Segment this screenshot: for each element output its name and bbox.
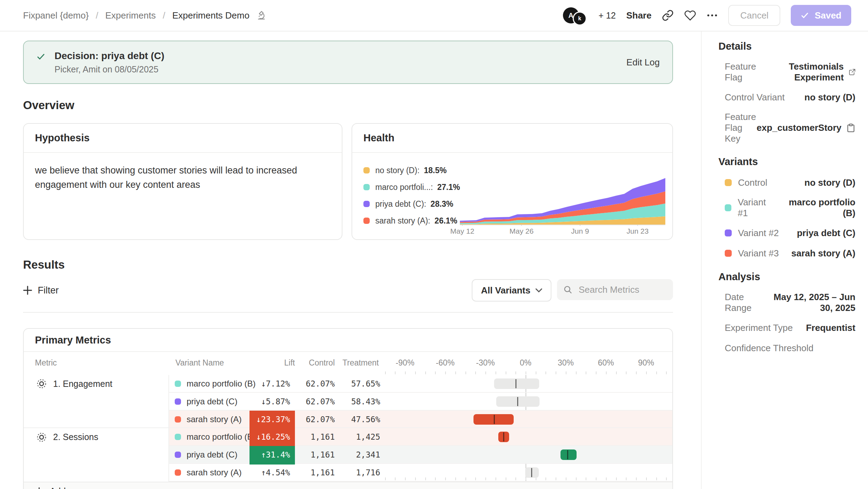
sidebar-heading: Variants bbox=[718, 156, 855, 168]
cancel-button[interactable]: Cancel bbox=[728, 5, 780, 26]
microscope-icon bbox=[256, 10, 266, 20]
row-label: Variant #3 bbox=[738, 248, 779, 259]
sidebar-row: Date RangeMay 12, 2025 – Jun 30, 2025 bbox=[725, 292, 855, 313]
overview-heading: Overview bbox=[23, 99, 673, 112]
variant-name: sarah story (A) bbox=[187, 468, 241, 477]
ci-median bbox=[567, 450, 568, 459]
clipboard-icon[interactable] bbox=[846, 123, 855, 133]
column-variant: Variant Name bbox=[175, 358, 224, 368]
variant-chip bbox=[175, 469, 181, 476]
chevron-down-icon bbox=[535, 288, 542, 292]
health-x-axis: May 12May 26Jun 9Jun 23 bbox=[460, 227, 665, 237]
sidebar-heading: Details bbox=[718, 41, 855, 52]
target-icon bbox=[36, 432, 47, 442]
health-legend: no story (D): 18.5%marco portfoli...: 27… bbox=[363, 162, 460, 229]
row-value: Testimonials Experiment bbox=[764, 61, 855, 83]
legend-swatch bbox=[363, 184, 370, 190]
breadcrumb-item-experiments[interactable]: Experiments bbox=[105, 10, 156, 21]
x-axis-label: Jun 23 bbox=[627, 227, 649, 235]
ci-median bbox=[531, 468, 532, 477]
favorite-icon[interactable] bbox=[684, 9, 696, 21]
hypothesis-title: Hypothesis bbox=[24, 124, 342, 153]
ci-bar bbox=[525, 467, 539, 478]
primary-metrics-card: Primary Metrics Metric Variant Name Lift… bbox=[23, 328, 673, 489]
table-row[interactable]: 1. Engagementmarco portfolio (B)↓7.12%62… bbox=[24, 375, 672, 393]
ci-bar bbox=[494, 378, 539, 389]
variants-dropdown[interactable]: All Variants bbox=[472, 279, 551, 302]
add-metric-button[interactable]: Add bbox=[24, 482, 672, 489]
legend-item: priya debt (C): 28.3% bbox=[363, 196, 460, 212]
legend-swatch bbox=[363, 201, 370, 207]
topbar: Fixpanel {demo} / Experiments / Experime… bbox=[0, 0, 868, 31]
hypothesis-card: Hypothesis we believe that showing custo… bbox=[23, 123, 342, 240]
column-metric: Metric bbox=[35, 358, 57, 368]
plus-icon bbox=[35, 487, 43, 489]
breadcrumb: Fixpanel {demo} / Experiments / Experime… bbox=[23, 10, 266, 21]
axis-label: 0% bbox=[520, 358, 531, 368]
row-content: marco portfolio (B)↓7.12%62.07%57.65% bbox=[169, 375, 672, 393]
treatment-value: 58.43% bbox=[319, 393, 380, 411]
sidebar-row: Controlno story (D) bbox=[725, 177, 855, 189]
table-row[interactable]: priya debt (C)↑31.4%1,1612,341 bbox=[24, 446, 672, 464]
legend-item: no story (D): 18.5% bbox=[363, 162, 460, 179]
legend-item: marco portfoli...: 27.1% bbox=[363, 179, 460, 196]
search-icon bbox=[563, 285, 572, 294]
filter-button[interactable]: Filter bbox=[23, 285, 59, 296]
treatment-value: 57.65% bbox=[319, 375, 380, 393]
table-row[interactable]: priya debt (C)↓5.87%62.07%58.43% bbox=[24, 393, 672, 411]
legend-label: marco portfoli...: 27.1% bbox=[375, 183, 460, 192]
variant-name: sarah story (A) bbox=[187, 414, 241, 424]
variant-name: priya debt (C) bbox=[187, 397, 237, 406]
saved-button[interactable]: Saved bbox=[791, 5, 851, 26]
avatar-overflow-count: + 12 bbox=[599, 10, 616, 21]
hypothesis-body: we believe that showing customer stories… bbox=[24, 153, 340, 202]
metric-cell: 1. Engagement bbox=[24, 375, 169, 393]
breadcrumb-item-workspace[interactable]: Fixpanel {demo} bbox=[23, 10, 89, 21]
decision-banner: Decision: priya debt (C) Picker, Amit on… bbox=[23, 41, 673, 84]
treatment-value: 1,425 bbox=[319, 428, 380, 446]
table-row[interactable]: sarah story (A)↓23.37%62.07%47.56% bbox=[24, 411, 672, 428]
row-value: no story (D) bbox=[804, 92, 855, 103]
share-button[interactable]: Share bbox=[626, 10, 651, 21]
target-icon bbox=[36, 378, 47, 389]
sidebar-row: Experiment TypeFrequentist bbox=[725, 322, 855, 334]
external-link-icon[interactable] bbox=[849, 68, 855, 77]
column-header-row: Metric Variant Name Lift Control Treatme… bbox=[24, 352, 672, 375]
edit-log-button[interactable]: Edit Log bbox=[627, 57, 660, 68]
results-heading: Results bbox=[23, 258, 673, 271]
treatment-value: 2,341 bbox=[319, 446, 380, 464]
experiment-page: Fixpanel {demo} / Experiments / Experime… bbox=[0, 0, 868, 489]
check-icon bbox=[36, 52, 45, 61]
breadcrumb-item-current: Experiments Demo bbox=[172, 10, 249, 21]
health-card: Health no story (D): 18.5%marco portfoli… bbox=[352, 123, 673, 240]
sidebar-row: Variant #2priya debt (C) bbox=[725, 227, 855, 239]
section-divider bbox=[23, 312, 673, 313]
plus-icon bbox=[23, 286, 32, 295]
avatar-stack[interactable]: A k bbox=[563, 5, 587, 26]
sidebar-section-variants: Variants Controlno story (D)Variant #1ma… bbox=[718, 156, 855, 259]
row-value: marco portfolio (B) bbox=[777, 197, 855, 219]
table-row[interactable]: 2. Sessionsmarco portfolio (B)↓16.25%1,1… bbox=[24, 428, 672, 446]
row-label: Confidence Threshold bbox=[725, 343, 813, 354]
legend-swatch bbox=[363, 218, 370, 224]
variant-chip bbox=[725, 229, 732, 236]
ci-median bbox=[503, 432, 504, 441]
sidebar-heading: Analysis bbox=[718, 271, 855, 283]
x-axis-label: May 12 bbox=[450, 227, 475, 235]
axis-label: 60% bbox=[598, 358, 614, 368]
more-options-icon[interactable] bbox=[707, 10, 718, 21]
metrics-search-input[interactable] bbox=[577, 284, 664, 296]
variant-chip bbox=[175, 416, 181, 423]
ci-median bbox=[515, 379, 516, 388]
x-axis-label: May 26 bbox=[509, 227, 534, 235]
metric-cell: 2. Sessions bbox=[24, 428, 169, 446]
axis-ruler bbox=[24, 371, 672, 375]
avatar: k bbox=[573, 12, 587, 26]
metric-group-label: 2. Sessions bbox=[53, 432, 98, 442]
variant-chip bbox=[175, 434, 181, 440]
ci-bar bbox=[473, 414, 514, 425]
legend-label: priya debt (C): 28.3% bbox=[375, 199, 453, 209]
copy-link-icon[interactable] bbox=[662, 9, 674, 21]
variant-chip bbox=[175, 381, 181, 387]
axis-label: -30% bbox=[476, 358, 495, 368]
